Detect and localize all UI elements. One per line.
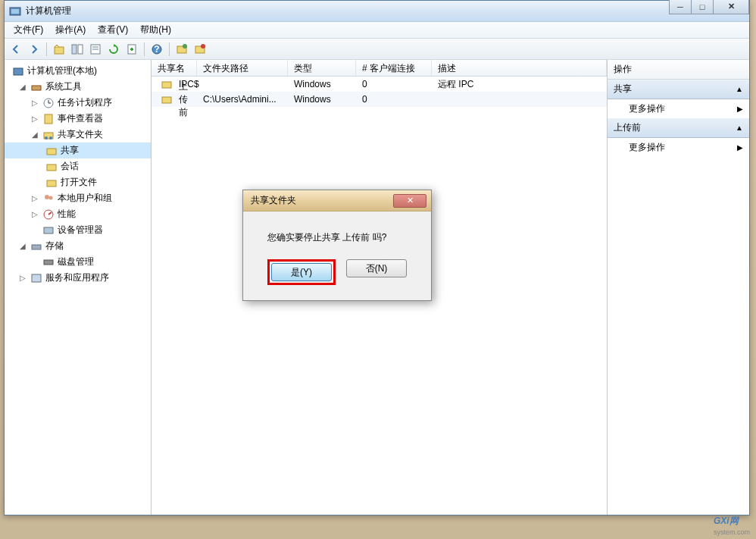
- list-header: 共享名 文件夹路径 类型 # 客户端连接 描述: [152, 60, 607, 77]
- up-button[interactable]: [51, 41, 67, 58]
- tree-storage[interactable]: ◢存储: [5, 238, 151, 254]
- tree-shared[interactable]: ◢共享文件夹: [5, 127, 151, 143]
- expand-icon[interactable]: ▷: [30, 114, 39, 123]
- tree-label: 性能: [58, 208, 76, 221]
- svg-point-28: [49, 196, 53, 199]
- tree-diskmgr[interactable]: 磁盘管理: [5, 254, 151, 270]
- tree-users[interactable]: ▷本地用户和组: [5, 190, 151, 206]
- svg-rect-2: [55, 47, 64, 54]
- minimize-button[interactable]: ─: [669, 0, 692, 14]
- tree-share[interactable]: 共享: [5, 143, 151, 158]
- menu-action[interactable]: 操作(A): [49, 21, 92, 39]
- menu-help[interactable]: 帮助(H): [134, 21, 177, 39]
- no-button[interactable]: 否(N): [346, 259, 407, 277]
- share-icon: [161, 93, 173, 105]
- cell-path: [197, 83, 288, 86]
- confirm-dialog: 共享文件夹 ✕ 您确实要停止共享 上传前 吗? 是(Y) 否(N): [242, 190, 432, 301]
- window-title: 计算机管理: [26, 5, 749, 17]
- svg-rect-26: [47, 180, 56, 186]
- new-share-button[interactable]: [173, 41, 190, 58]
- svg-point-23: [49, 136, 52, 139]
- watermark-main: GXi网: [714, 515, 739, 526]
- collapse-icon[interactable]: ◢: [18, 83, 27, 91]
- tree-label: 事件查看器: [58, 112, 103, 125]
- tree-root[interactable]: 计算机管理(本地): [5, 63, 151, 79]
- yes-button[interactable]: 是(Y): [271, 263, 332, 281]
- expand-icon[interactable]: ▷: [30, 210, 39, 218]
- list-row[interactable]: 上传前 C:\Users\Admini... Windows 0: [152, 92, 607, 107]
- section-label: 上传前: [614, 121, 641, 134]
- export-button[interactable]: [123, 41, 140, 58]
- svg-rect-34: [32, 274, 41, 282]
- watermark: GXi网 system.com: [714, 509, 750, 536]
- tree-event[interactable]: ▷事件查看器: [5, 111, 151, 127]
- svg-point-27: [45, 195, 49, 199]
- svg-rect-31: [44, 227, 53, 233]
- svg-rect-32: [32, 245, 41, 249]
- tree-label: 打开文件: [61, 176, 97, 189]
- tree-devmgr[interactable]: 设备管理器: [5, 222, 151, 238]
- cell-path: C:\Users\Admini...: [197, 92, 288, 106]
- tree-task[interactable]: ▷任务计划程序: [5, 95, 151, 111]
- cell-desc: 远程 IPC: [432, 77, 607, 92]
- collapse-icon[interactable]: ◢: [30, 130, 39, 139]
- dialog-message: 您确实要停止共享 上传前 吗?: [243, 212, 431, 259]
- forward-button[interactable]: [26, 41, 42, 58]
- svg-rect-25: [47, 165, 56, 171]
- tree-label: 会话: [61, 160, 79, 173]
- stop-share-button[interactable]: [192, 41, 208, 58]
- col-desc[interactable]: 描述: [432, 60, 607, 76]
- toolbar-separator: [169, 42, 170, 56]
- tree-systools[interactable]: ◢系统工具: [5, 79, 151, 95]
- cell-desc: [432, 98, 607, 101]
- action-section-upload[interactable]: 上传前▲: [608, 118, 749, 138]
- back-button[interactable]: [8, 41, 24, 58]
- menu-view[interactable]: 查看(V): [92, 21, 134, 39]
- svg-rect-1: [11, 9, 19, 14]
- actions-panel: 操作 共享▲ 更多操作▶ 上传前▲ 更多操作▶: [607, 60, 749, 515]
- tree-services[interactable]: ▷服务和应用程序: [5, 270, 151, 286]
- action-more[interactable]: 更多操作▶: [608, 138, 749, 157]
- col-clients[interactable]: # 客户端连接: [356, 60, 432, 76]
- tree-label: 计算机管理(本地): [27, 64, 97, 77]
- action-more[interactable]: 更多操作▶: [608, 99, 749, 118]
- toolbar: ?: [5, 39, 749, 60]
- menubar: 文件(F) 操作(A) 查看(V) 帮助(H): [5, 22, 749, 39]
- col-name[interactable]: 共享名: [152, 60, 197, 76]
- collapse-icon[interactable]: ◢: [18, 242, 27, 250]
- col-path[interactable]: 文件夹路径: [197, 60, 288, 76]
- svg-rect-36: [162, 97, 171, 103]
- svg-point-12: [183, 44, 187, 49]
- tree-label: 磁盘管理: [58, 255, 94, 268]
- tree-openfile[interactable]: 打开文件: [5, 174, 151, 190]
- tree-label: 存储: [45, 240, 64, 252]
- properties-button[interactable]: [87, 41, 104, 58]
- collapse-icon: ▲: [736, 85, 743, 93]
- refresh-button[interactable]: [105, 41, 122, 58]
- maximize-button[interactable]: □: [691, 0, 714, 14]
- help-button[interactable]: ?: [148, 41, 165, 58]
- tree-label: 任务计划程序: [58, 96, 112, 109]
- navigation-tree: 计算机管理(本地) ◢系统工具 ▷任务计划程序 ▷事件查看器 ◢共享文件夹 共享…: [5, 60, 152, 515]
- window-controls: ─ □ ✕: [670, 0, 749, 14]
- close-button[interactable]: ✕: [713, 0, 749, 14]
- watermark-sub: system.com: [714, 528, 750, 536]
- list-row[interactable]: IPC$ Windows 0 远程 IPC: [152, 77, 607, 92]
- tree-label: 系统工具: [45, 80, 82, 93]
- expand-icon[interactable]: ▷: [30, 99, 39, 107]
- tree-session[interactable]: 会话: [5, 158, 151, 174]
- toolbar-separator: [144, 42, 145, 56]
- cell-type: Windows: [288, 77, 356, 91]
- svg-rect-4: [78, 45, 83, 54]
- expand-icon[interactable]: ▷: [30, 194, 39, 202]
- cell-clients: 0: [356, 77, 432, 91]
- menu-file[interactable]: 文件(F): [8, 21, 49, 39]
- col-type[interactable]: 类型: [288, 60, 356, 76]
- dialog-close-button[interactable]: ✕: [393, 194, 426, 208]
- tree-perf[interactable]: ▷性能: [5, 206, 151, 222]
- show-hide-tree-button[interactable]: [69, 41, 86, 58]
- action-section-share[interactable]: 共享▲: [608, 80, 749, 99]
- svg-rect-20: [45, 114, 52, 124]
- tree-label: 本地用户和组: [58, 192, 112, 205]
- expand-icon[interactable]: ▷: [18, 274, 27, 282]
